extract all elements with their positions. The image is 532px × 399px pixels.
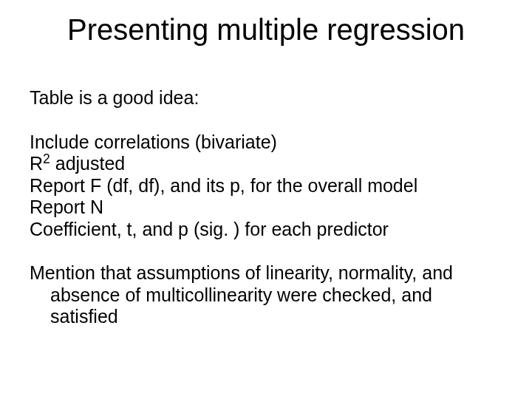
slide-body: Table is a good idea: Include correlatio… [30, 87, 502, 328]
items-block: Include correlations (bivariate) R2 adju… [30, 132, 502, 241]
slide: Presenting multiple regression Table is … [0, 0, 532, 399]
item-coefficient: Coefficient, t, and p (sig. ) for each p… [30, 219, 502, 241]
item-report-n: Report N [30, 197, 502, 219]
item-r2-adjusted: R2 adjusted [30, 153, 502, 175]
item-report-f: Report F (df, df), and its p, for the ov… [30, 175, 502, 197]
intro-line: Table is a good idea: [30, 87, 502, 109]
adjusted-text: adjusted [50, 153, 125, 174]
superscript-2: 2 [43, 151, 50, 166]
r-letter: R [30, 153, 43, 174]
item-correlations: Include correlations (bivariate) [30, 132, 502, 154]
closing-paragraph: Mention that assumptions of linearity, n… [30, 262, 502, 328]
slide-title: Presenting multiple regression [0, 13, 532, 47]
